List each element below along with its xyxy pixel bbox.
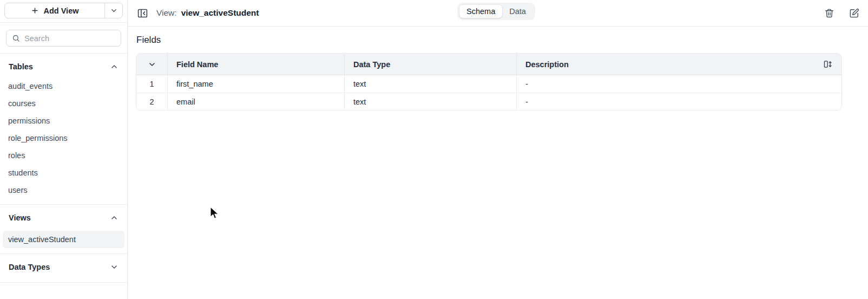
column-header-field-name: Field Name [167, 54, 344, 75]
sidebar-item-users[interactable]: users [0, 181, 127, 199]
select-all-cell[interactable] [136, 54, 167, 75]
add-view-split-button: Add View [4, 3, 123, 18]
fields-table-header: Field Name Data Type Description [136, 54, 841, 75]
sidebar-section-views: Views view_activeStudent [0, 205, 127, 254]
column-header-data-type: Data Type [344, 54, 516, 75]
views-section-title: Views [9, 213, 31, 222]
chevron-up-icon [110, 62, 119, 71]
tables-section-title: Tables [9, 62, 33, 71]
chevron-up-icon [110, 213, 119, 222]
view-name: view_activeStudent [181, 8, 259, 18]
views-section-header[interactable]: Views [0, 205, 127, 225]
delete-view-button[interactable] [824, 8, 834, 18]
row-number: 1 [136, 75, 167, 93]
sidebar-item-view-activestudent[interactable]: view_activeStudent [3, 231, 124, 248]
cell-description: - [516, 75, 841, 93]
sidebar-item-role-permissions[interactable]: role_permissions [0, 129, 127, 147]
row-height-icon[interactable] [823, 60, 832, 69]
panel-left-close-icon [137, 8, 148, 19]
sidebar-item-permissions[interactable]: permissions [0, 112, 127, 129]
table-row[interactable]: 1 first_name text - [136, 75, 841, 93]
chevron-down-icon [110, 6, 118, 15]
sidebar-item-roles[interactable]: roles [0, 147, 127, 164]
main-panel: View: view_activeStudent Schema Data Fie… [128, 0, 868, 299]
fields-table: Field Name Data Type Description 1 first… [136, 53, 842, 110]
column-header-description: Description [516, 54, 841, 75]
cell-data-type: text [344, 93, 516, 110]
sidebar-search [0, 23, 127, 54]
add-view-dropdown-button[interactable] [104, 3, 122, 18]
tables-section-header[interactable]: Tables [0, 54, 127, 74]
data-types-section-header[interactable]: Data Types [0, 254, 127, 275]
schema-content: Fields Field Name Data Type Description [128, 27, 868, 110]
column-header-description-label: Description [525, 60, 569, 69]
sidebar-item-courses[interactable]: courses [0, 95, 127, 112]
search-icon [12, 34, 20, 42]
tab-data[interactable]: Data [502, 5, 533, 18]
table-row[interactable]: 2 email text - [136, 93, 841, 110]
sidebar-section-data-types: Data Types [0, 254, 127, 283]
sidebar-section-tables: Tables audit_events courses permissions … [0, 54, 127, 205]
views-list: view_activeStudent [0, 225, 127, 248]
search-box[interactable] [6, 30, 121, 47]
fields-table-body: 1 first_name text - 2 email text - [136, 75, 841, 110]
sidebar: Add View Tables audit_events cou [0, 0, 128, 299]
chevron-down-icon [110, 263, 119, 271]
edit-view-button[interactable] [849, 8, 859, 18]
fields-section-title: Fields [136, 35, 842, 46]
view-topbar: View: view_activeStudent Schema Data [128, 0, 868, 27]
collapse-sidebar-button[interactable] [137, 8, 148, 19]
topbar-actions [824, 8, 860, 18]
schema-data-toggle: Schema Data [457, 3, 535, 20]
search-input[interactable] [24, 34, 115, 43]
add-view-button[interactable]: Add View [5, 3, 104, 18]
sidebar-item-audit-events[interactable]: audit_events [0, 77, 127, 95]
tab-schema[interactable]: Schema [459, 5, 502, 18]
data-types-section-title: Data Types [9, 263, 50, 271]
cell-data-type: text [344, 75, 516, 93]
view-label: View: [156, 8, 177, 18]
sidebar-top: Add View [0, 0, 127, 23]
cell-field-name: email [167, 93, 344, 110]
sidebar-item-students[interactable]: students [0, 164, 127, 181]
row-number: 2 [136, 93, 167, 110]
edit-icon [849, 8, 859, 18]
trash-icon [824, 8, 834, 18]
add-view-label: Add View [44, 6, 79, 15]
plus-icon [31, 6, 39, 15]
cell-description: - [516, 93, 841, 110]
chevron-down-icon [148, 60, 156, 69]
cell-field-name: first_name [167, 75, 344, 93]
tables-list: audit_events courses permissions role_pe… [0, 74, 127, 199]
